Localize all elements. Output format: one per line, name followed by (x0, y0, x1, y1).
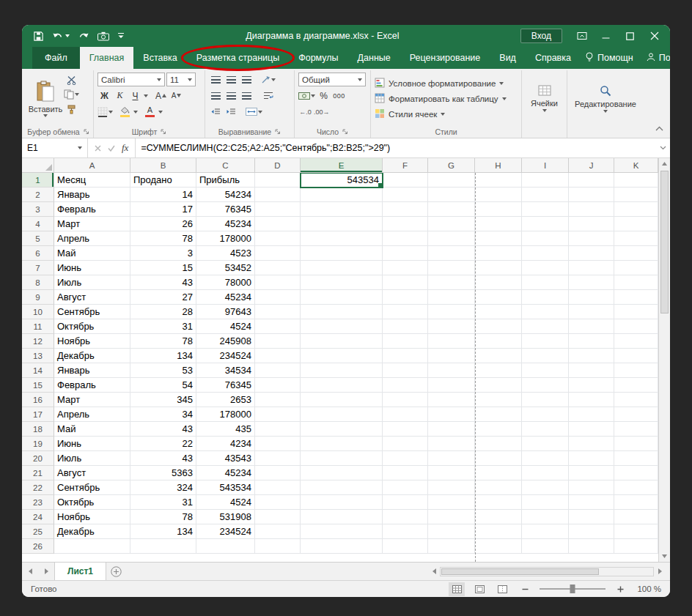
column-header-F[interactable]: F (383, 158, 428, 172)
cell-G22[interactable] (428, 480, 475, 495)
cell-G15[interactable] (428, 378, 475, 393)
cell-H15[interactable] (475, 378, 522, 393)
cell-A12[interactable]: Ноябрь (54, 334, 130, 349)
cell-E3[interactable] (301, 202, 383, 217)
number-dialog-launcher-icon[interactable] (342, 127, 348, 136)
font-color-icon[interactable]: А (143, 105, 157, 119)
sheet-nav-right-icon[interactable] (38, 563, 54, 580)
cell-J25[interactable] (569, 524, 614, 539)
cell-H25[interactable] (475, 524, 522, 539)
cell-J23[interactable] (569, 495, 614, 510)
formula-bar-expand-icon[interactable] (655, 138, 670, 157)
cell-G19[interactable] (428, 437, 475, 451)
cell-E21[interactable] (301, 466, 383, 480)
row-header-11[interactable]: 11 (22, 319, 54, 334)
cell-B4[interactable]: 26 (130, 217, 196, 231)
cell-D17[interactable] (255, 407, 301, 422)
cell-E7[interactable] (301, 261, 383, 275)
cell-C9[interactable]: 45234 (196, 290, 255, 305)
cell-I12[interactable] (522, 334, 569, 349)
cell-J22[interactable] (569, 480, 614, 495)
row-header-4[interactable]: 4 (22, 217, 54, 231)
zoom-in-button[interactable] (612, 582, 628, 596)
fill-color-icon[interactable] (118, 105, 132, 119)
cell-A26[interactable] (54, 539, 130, 554)
cell-C19[interactable]: 4234 (196, 437, 255, 451)
cell-G2[interactable] (428, 188, 475, 202)
cell-H2[interactable] (475, 188, 522, 202)
cell-E26[interactable] (301, 539, 383, 554)
cell-G25[interactable] (428, 524, 475, 539)
cell-D19[interactable] (255, 437, 301, 451)
maximize-button[interactable] (618, 25, 642, 47)
zoom-out-button[interactable] (517, 582, 533, 596)
cell-B2[interactable]: 14 (130, 188, 196, 202)
cell-H12[interactable] (475, 334, 522, 349)
cell-A16[interactable]: Март (54, 393, 130, 407)
cell-H22[interactable] (475, 480, 522, 495)
font-name-combo[interactable]: Calibri (97, 73, 165, 86)
cell-J3[interactable] (569, 202, 614, 217)
cell-I17[interactable] (522, 407, 569, 422)
zoom-slider-thumb[interactable] (570, 585, 575, 593)
column-header-C[interactable]: C (196, 158, 255, 172)
cell-C18[interactable]: 435 (196, 422, 255, 437)
cell-C1[interactable]: Прибыль (196, 173, 255, 188)
assistant-button[interactable]: Помощн (581, 52, 638, 64)
cell-B5[interactable]: 78 (130, 231, 196, 246)
cell-C7[interactable]: 53452 (196, 261, 255, 275)
cell-K16[interactable] (614, 393, 658, 407)
cell-D9[interactable] (255, 290, 301, 305)
cell-C6[interactable]: 4523 (196, 246, 255, 261)
cell-styles-button[interactable]: Стили ячеек (375, 106, 518, 122)
cell-A10[interactable]: Сентябрь (54, 305, 130, 319)
cell-F25[interactable] (383, 524, 428, 539)
cell-J20[interactable] (569, 451, 614, 466)
column-header-J[interactable]: J (569, 158, 614, 172)
cell-J2[interactable] (569, 188, 614, 202)
cell-D14[interactable] (255, 363, 301, 378)
cell-H7[interactable] (475, 261, 522, 275)
cell-K24[interactable] (614, 510, 658, 524)
cell-C15[interactable]: 76345 (196, 378, 255, 393)
cell-E18[interactable] (301, 422, 383, 437)
cells-button[interactable]: Ячейки (526, 72, 563, 125)
cell-H24[interactable] (475, 510, 522, 524)
cell-F6[interactable] (383, 246, 428, 261)
cell-B15[interactable]: 54 (130, 378, 196, 393)
comma-style-icon[interactable]: 000 (332, 89, 346, 103)
cell-F26[interactable] (383, 539, 428, 554)
cell-H11[interactable] (475, 319, 522, 334)
cell-D8[interactable] (255, 275, 301, 290)
conditional-formatting-button[interactable]: Условное форматирование (375, 75, 518, 91)
cell-I13[interactable] (522, 349, 569, 363)
row-header-6[interactable]: 6 (22, 246, 54, 261)
cell-F22[interactable] (383, 480, 428, 495)
cell-I3[interactable] (522, 202, 569, 217)
cell-J4[interactable] (569, 217, 614, 231)
cell-A17[interactable]: Апрель (54, 407, 130, 422)
cell-H16[interactable] (475, 393, 522, 407)
cell-C23[interactable]: 4524 (196, 495, 255, 510)
row-header-22[interactable]: 22 (22, 480, 54, 495)
cell-C17[interactable]: 178000 (196, 407, 255, 422)
cell-B18[interactable]: 43 (130, 422, 196, 437)
cell-G3[interactable] (428, 202, 475, 217)
cell-D18[interactable] (255, 422, 301, 437)
cell-B8[interactable]: 43 (130, 275, 196, 290)
cell-J19[interactable] (569, 437, 614, 451)
cell-K8[interactable] (614, 275, 658, 290)
row-header-5[interactable]: 5 (22, 231, 54, 246)
cell-K6[interactable] (614, 246, 658, 261)
row-header-26[interactable]: 26 (22, 539, 54, 554)
cell-G11[interactable] (428, 319, 475, 334)
cell-G21[interactable] (428, 466, 475, 480)
cell-E20[interactable] (301, 451, 383, 466)
cell-C4[interactable]: 45234 (196, 217, 255, 231)
cell-I9[interactable] (522, 290, 569, 305)
cell-C5[interactable]: 178000 (196, 231, 255, 246)
cell-D6[interactable] (255, 246, 301, 261)
cell-I8[interactable] (522, 275, 569, 290)
cell-I15[interactable] (522, 378, 569, 393)
scroll-up-icon[interactable] (659, 158, 670, 169)
